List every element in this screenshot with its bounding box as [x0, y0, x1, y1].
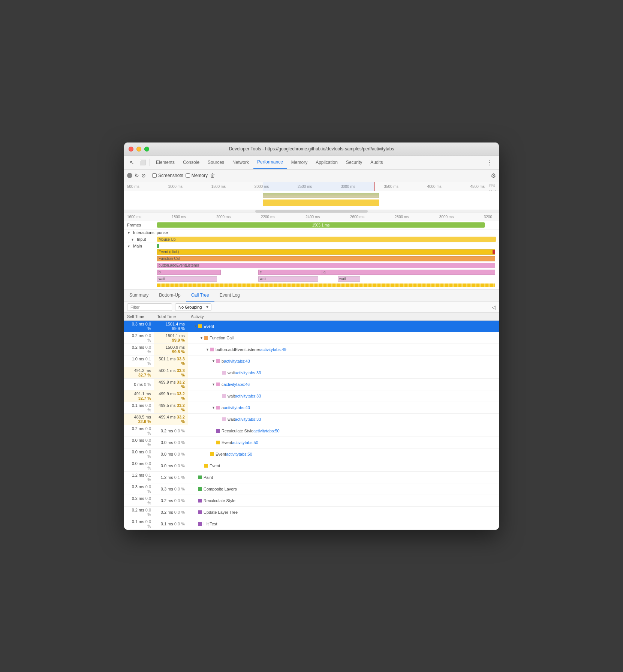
activity-link[interactable]: activitytabs:33: [235, 417, 261, 422]
expand-arrow-icon[interactable]: [194, 476, 198, 479]
tab-performance[interactable]: Performance: [253, 156, 287, 169]
filter-input[interactable]: [127, 303, 172, 311]
reload-button[interactable]: ↻: [135, 172, 139, 178]
self-time-cell: 0.0 ms 0.0 %: [124, 448, 154, 460]
activity-content: ▼ c activitytabs:46: [191, 382, 250, 387]
expand-arrow-icon[interactable]: ▼: [212, 406, 216, 410]
tab-summary[interactable]: Summary: [124, 290, 154, 302]
total-pct-value: 33.2 %: [177, 415, 185, 424]
total-time-cell: 0.1 ms 0.0 %: [154, 518, 188, 530]
settings-gear-icon[interactable]: ⚙: [491, 172, 496, 179]
grouping-select[interactable]: No Grouping By Activity By Category: [175, 303, 211, 311]
table-row: 0.3 ms 0.0 %1501.4 ms 99.9 %▼ Event: [124, 320, 499, 332]
total-pct-value: 33.3 %: [177, 357, 185, 366]
expand-arrow-icon[interactable]: ▼: [200, 336, 204, 340]
activity-color-dot: [222, 371, 226, 375]
screenshots-checkbox[interactable]: [152, 173, 157, 178]
activity-cell: wait activitytabs:33: [188, 367, 499, 378]
activity-link[interactable]: activitytabs:33: [235, 370, 261, 375]
tab-memory[interactable]: Memory: [288, 156, 311, 169]
tab-sources[interactable]: Sources: [204, 156, 228, 169]
expand-arrow-icon[interactable]: [218, 394, 222, 398]
table-row: 0.1 ms 0.0 %0.1 ms 0.0 % Hit Test: [124, 518, 499, 530]
expand-arrow-icon[interactable]: [212, 441, 216, 444]
activity-link[interactable]: activitytabs:50: [253, 429, 280, 433]
total-time-cell: 1501.1 ms 99.9 %: [154, 332, 188, 344]
activity-link[interactable]: activitytabs:33: [235, 394, 261, 398]
table-row: 0.0 ms 0.0 %0.0 ms 0.0 % Event activityt…: [124, 448, 499, 460]
expand-arrow-icon[interactable]: [218, 371, 222, 375]
tab-elements[interactable]: Elements: [152, 156, 178, 169]
activity-link[interactable]: activitytabs:46: [224, 382, 250, 387]
record-button[interactable]: [127, 173, 132, 178]
memory-checkbox[interactable]: [186, 173, 190, 178]
device-icon[interactable]: ⬜: [138, 158, 147, 167]
ruler2-label-2200: 2200 ms: [261, 215, 275, 219]
close-button[interactable]: [129, 147, 133, 152]
activity-name: Recalculate Style: [222, 429, 253, 433]
tab-security[interactable]: Security: [342, 156, 366, 169]
event-click-bar[interactable]: Event (click): [157, 249, 495, 255]
minimize-button[interactable]: [136, 147, 141, 152]
activity-link[interactable]: activitytabs:50: [232, 440, 258, 445]
frames-track-label: Frames: [127, 223, 157, 227]
expand-arrow-icon[interactable]: [194, 522, 198, 526]
wait-c-bar[interactable]: wait: [258, 276, 318, 282]
expand-arrow-icon[interactable]: [206, 452, 210, 456]
total-time-cell: 0.2 ms 0.0 %: [154, 495, 188, 506]
total-time-header[interactable]: Total Time: [154, 313, 188, 321]
wait-a-bar[interactable]: wait: [338, 276, 360, 282]
stop-button[interactable]: ⊘: [141, 172, 146, 178]
self-time-value: 0.2 ms: [132, 333, 144, 338]
maximize-button[interactable]: [144, 147, 149, 152]
total-time-cell: 0.2 ms 0.0 %: [154, 506, 188, 518]
expand-arrow-icon[interactable]: [200, 464, 204, 468]
self-pct-value: 0.0 %: [145, 403, 151, 412]
activity-link[interactable]: activitytabs:43: [224, 359, 250, 363]
c-bar[interactable]: c: [258, 270, 322, 275]
tab-network[interactable]: Network: [229, 156, 253, 169]
expand-arrow-icon[interactable]: ▼: [194, 324, 198, 328]
activity-cell: Update Layer Tree: [188, 506, 499, 518]
table-row: 0.2 ms 0.0 %1500.9 ms 99.8 %▼ button.add…: [124, 344, 499, 355]
b-bar[interactable]: b: [157, 270, 221, 275]
input-value: Mouse Up: [159, 237, 176, 242]
tab-bottom-up[interactable]: Bottom-Up: [154, 290, 186, 302]
cursor-icon[interactable]: ↖: [127, 158, 137, 167]
tab-audits[interactable]: Audits: [367, 156, 386, 169]
expand-arrow-icon[interactable]: [212, 429, 216, 433]
expand-arrow-icon[interactable]: [194, 510, 198, 514]
self-pct-value: 0.0 %: [145, 519, 151, 528]
a-bar[interactable]: a: [322, 270, 495, 275]
total-time-cell: 1500.9 ms 99.8 %: [154, 344, 188, 355]
activity-header[interactable]: Activity: [188, 313, 499, 321]
heavy-stack-icon[interactable]: ◁: [492, 304, 496, 310]
expand-arrow-icon[interactable]: [194, 487, 198, 491]
activity-link[interactable]: activitytabs:40: [224, 405, 250, 410]
wait-b-bar[interactable]: wait: [157, 276, 217, 282]
filter-bar: No Grouping By Activity By Category ▼ ◁: [124, 302, 499, 313]
tab-event-log[interactable]: Event Log: [214, 290, 245, 302]
tab-call-tree[interactable]: Call Tree: [186, 290, 214, 302]
expand-arrow-icon[interactable]: ▼: [212, 382, 216, 386]
tab-application[interactable]: Application: [312, 156, 341, 169]
expand-arrow-icon[interactable]: ▼: [212, 359, 216, 363]
tab-console[interactable]: Console: [179, 156, 203, 169]
self-pct-value: 0.0 %: [145, 484, 151, 494]
expand-arrow-icon[interactable]: [218, 417, 222, 421]
ruler2-label-1600: 1600 ms: [127, 215, 141, 219]
self-time-cell: 0.2 ms 0.0 %: [124, 506, 154, 518]
more-menu-icon[interactable]: ⋮: [483, 157, 496, 168]
expand-arrow-icon[interactable]: [194, 499, 198, 502]
activity-link[interactable]: activitytabs:50: [226, 452, 252, 456]
activity-name: Event: [222, 440, 232, 445]
self-time-header[interactable]: Self Time: [124, 313, 154, 321]
activity-name: Recalculate Style: [204, 498, 235, 503]
activity-link[interactable]: activitytabs:49: [260, 347, 286, 352]
function-call-bar[interactable]: Function Call: [157, 256, 495, 261]
button-addeventlistener-bar[interactable]: button.addEventListener: [157, 263, 495, 268]
self-time-value: 0.0 ms: [132, 461, 144, 466]
activity-color-dot: [198, 324, 202, 328]
clear-button[interactable]: 🗑: [210, 172, 215, 178]
expand-arrow-icon[interactable]: ▼: [206, 348, 210, 351]
